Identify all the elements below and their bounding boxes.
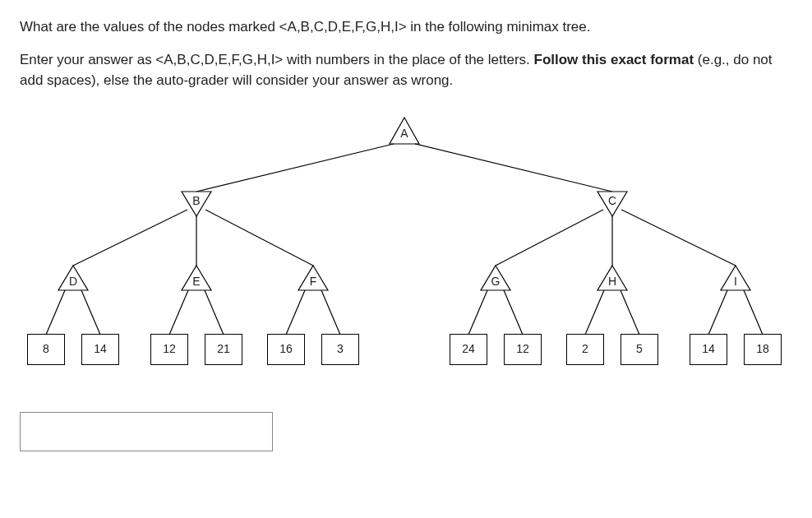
min-node-C [597, 192, 627, 216]
svg-line-13 [321, 290, 340, 335]
question-paragraph-2: Enter your answer as <A,B,C,D,E,F,G,H,I>… [20, 49, 792, 91]
svg-line-14 [468, 290, 487, 335]
max-node-I [721, 266, 750, 290]
question-paragraph-1: What are the values of the nodes marked … [20, 16, 792, 38]
max-node-H [597, 266, 627, 290]
leaf-value: 3 [321, 334, 359, 365]
svg-line-9 [81, 290, 100, 335]
max-node-G [481, 266, 510, 290]
answer-input[interactable] [20, 412, 273, 451]
svg-line-18 [708, 290, 727, 335]
svg-line-2 [73, 210, 187, 266]
leaf-value: 21 [205, 334, 242, 365]
leaf-value: 12 [504, 334, 542, 365]
max-node-E [182, 266, 211, 290]
svg-line-12 [286, 290, 305, 335]
leaf-value: 14 [81, 334, 119, 365]
svg-line-17 [621, 290, 639, 335]
minimax-tree-diagram: A B C D E F G H I 8 14 12 21 16 3 24 12 … [20, 103, 792, 382]
max-node-D [58, 266, 88, 290]
leaf-value: 8 [27, 334, 65, 365]
svg-line-0 [196, 144, 394, 192]
svg-line-4 [205, 210, 313, 266]
svg-line-11 [205, 290, 224, 335]
leaf-value: 24 [450, 334, 487, 365]
svg-line-5 [496, 210, 603, 266]
leaf-value: 12 [150, 334, 188, 365]
svg-line-7 [621, 210, 736, 266]
svg-line-1 [415, 144, 612, 192]
svg-line-10 [169, 290, 188, 335]
svg-line-16 [585, 290, 604, 335]
leaf-value: 16 [267, 334, 305, 365]
leaf-value: 5 [621, 334, 658, 365]
leaf-value: 18 [744, 334, 782, 365]
leaf-value: 2 [566, 334, 604, 365]
min-node-B [182, 192, 211, 216]
question-text: What are the values of the nodes marked … [20, 16, 792, 91]
max-node-A [390, 118, 419, 144]
svg-line-8 [46, 290, 65, 335]
leaf-value: 14 [690, 334, 727, 365]
max-node-F [298, 266, 328, 290]
svg-line-15 [504, 290, 523, 335]
tree-edges [20, 103, 792, 382]
svg-line-19 [744, 290, 763, 335]
